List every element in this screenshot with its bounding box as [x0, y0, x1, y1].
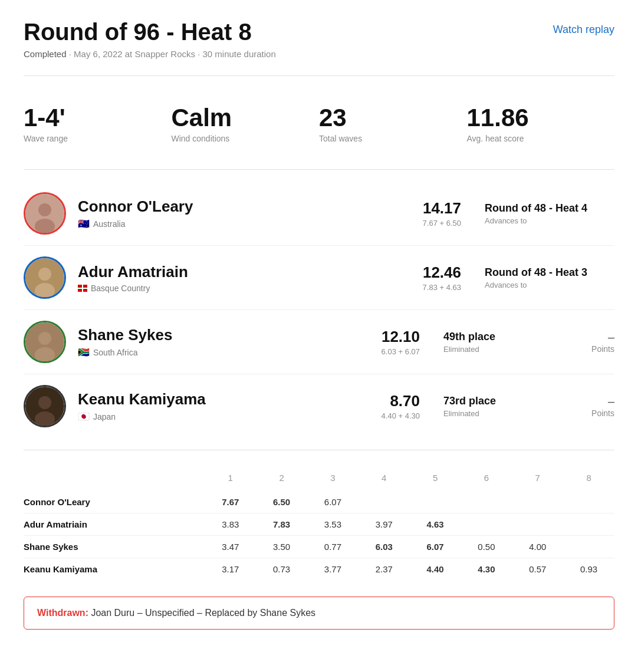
stats-row: 1-4'Wave rangeCalmWind conditions23Total…: [24, 88, 614, 157]
stat-label-1: Wind conditions: [172, 134, 320, 143]
stat-item-2: 23Total waves: [319, 104, 467, 143]
subtitle: Completed · May 6, 2022 at Snapper Rocks…: [24, 49, 614, 59]
watch-replay-link[interactable]: Watch replay: [553, 24, 614, 36]
stat-item-0: 1-4'Wave range: [24, 104, 172, 143]
wave-row-2: Shane Sykes3.473.500.776.036.070.504.00: [24, 536, 614, 558]
withdrawn-box: Withdrawn: Joan Duru – Unspecified – Rep…: [24, 597, 614, 630]
col-header-7: 7: [512, 469, 563, 491]
flag-0: 🇦🇺: [78, 218, 90, 229]
subtitle-rest: · May 6, 2022 at Snapper Rocks · 30 minu…: [67, 49, 276, 59]
wave-score-2-1: 3.50: [256, 536, 307, 558]
competitor-info-0: Connor O'Leary 🇦🇺 Australia: [78, 197, 396, 229]
header-divider: [24, 75, 614, 76]
col-header-1: 1: [205, 469, 256, 491]
wave-score-3-1: 0.73: [256, 558, 307, 581]
competitor-name-2: Shane Sykes: [78, 326, 355, 344]
stat-value-1: Calm: [172, 104, 320, 131]
competitor-country-0: 🇦🇺 Australia: [78, 218, 396, 229]
total-score-3: 8.70: [355, 392, 420, 410]
competitor-result-0: Round of 48 - Heat 4 Advances to: [485, 202, 614, 225]
competitor-result-1: Round of 48 - Heat 3 Advances to: [485, 266, 614, 289]
wave-score-3-4: 4.40: [410, 558, 461, 581]
points-col-3: – Points: [573, 395, 614, 418]
wave-score-0-2: 6.07: [307, 491, 359, 513]
competitor-info-1: Adur Amatriain Basque Country: [78, 263, 396, 293]
wave-score-2-6: 4.00: [512, 536, 563, 558]
wave-row-1: Adur Amatriain3.837.833.533.974.63: [24, 513, 614, 536]
wave-row-label-3: Keanu Kamiyama: [24, 558, 205, 581]
stat-value-0: 1-4': [24, 104, 172, 131]
result-round-1: Round of 48 - Heat 3: [485, 266, 614, 279]
competitor-country-1: Basque Country: [78, 284, 396, 293]
competitor-row-0: Connor O'Leary 🇦🇺 Australia 14.17 7.67 +…: [24, 182, 614, 246]
wave-score-0-7: [563, 491, 614, 513]
stat-label-0: Wave range: [24, 134, 172, 143]
total-score-1: 12.46: [396, 263, 461, 282]
competitor-row-1: Adur Amatriain Basque Country 12.46 7.83…: [24, 246, 614, 310]
result-sub-2: Eliminated: [443, 345, 573, 354]
competitor-country-3: 🇯🇵 Japan: [78, 411, 355, 422]
points-col-2: – Points: [573, 331, 614, 354]
avatar-0: [24, 192, 66, 235]
competitor-row-3: Keanu Kamiyama 🇯🇵 Japan 8.70 4.40 + 4.30…: [24, 374, 614, 438]
country-name-2: South Africa: [93, 348, 138, 357]
wave-score-2-0: 3.47: [205, 536, 256, 558]
col-header-3: 3: [307, 469, 359, 491]
wave-score-1-3: 3.97: [359, 513, 410, 536]
wave-score-2-3: 6.03: [359, 536, 410, 558]
wave-score-2-2: 0.77: [307, 536, 359, 558]
wave-scores-0: 7.67 + 6.50: [396, 219, 461, 228]
wave-score-1-0: 3.83: [205, 513, 256, 536]
competitor-country-2: 🇿🇦 South Africa: [78, 347, 355, 358]
wave-score-1-6: [512, 513, 563, 536]
waves-table-section: 12345678Connor O'Leary7.676.506.07Adur A…: [24, 465, 614, 580]
result-sub-3: Eliminated: [443, 409, 573, 418]
stats-divider: [24, 169, 614, 170]
result-sub-1: Advances to: [485, 281, 614, 289]
country-name-1: Basque Country: [91, 284, 150, 293]
status-text: Completed: [24, 49, 67, 59]
wave-row-label-1: Adur Amatriain: [24, 513, 205, 536]
wave-score-3-3: 2.37: [359, 558, 410, 581]
avatar-1: [24, 256, 66, 299]
wave-scores-1: 7.83 + 4.63: [396, 283, 461, 292]
col-header-4: 4: [359, 469, 410, 491]
col-header-5: 5: [410, 469, 461, 491]
withdrawn-label: Withdrawn:: [37, 608, 88, 618]
competitor-name-0: Connor O'Leary: [78, 197, 396, 216]
competitor-name-1: Adur Amatriain: [78, 263, 396, 281]
flag-3: 🇯🇵: [78, 411, 90, 422]
wave-score-3-7: 0.93: [563, 558, 614, 581]
wave-score-0-6: [512, 491, 563, 513]
avatar-2: [24, 321, 66, 363]
page-title: Round of 96 - Heat 8: [24, 19, 252, 45]
competitor-result-3: 73rd place Eliminated: [443, 395, 573, 418]
wave-row-label-2: Shane Sykes: [24, 536, 205, 558]
competitors-section: Connor O'Leary 🇦🇺 Australia 14.17 7.67 +…: [24, 182, 614, 438]
competitor-info-2: Shane Sykes 🇿🇦 South Africa: [78, 326, 355, 358]
waves-table: 12345678Connor O'Leary7.676.506.07Adur A…: [24, 469, 614, 580]
wave-score-2-5: 0.50: [461, 536, 512, 558]
competitor-info-3: Keanu Kamiyama 🇯🇵 Japan: [78, 390, 355, 422]
competitor-scores-2: 12.10 6.03 + 6.07: [355, 328, 420, 356]
stat-label-2: Total waves: [319, 134, 467, 143]
stat-item-1: CalmWind conditions: [172, 104, 320, 143]
wave-score-2-4: 6.07: [410, 536, 461, 558]
competitor-name-3: Keanu Kamiyama: [78, 390, 355, 409]
result-sub-0: Advances to: [485, 216, 614, 225]
avatar-3: [24, 385, 66, 427]
competitor-row-2: Shane Sykes 🇿🇦 South Africa 12.10 6.03 +…: [24, 310, 614, 374]
result-place-2: 49th place: [443, 331, 573, 343]
stat-label-3: Avg. heat score: [467, 134, 615, 143]
competitor-scores-1: 12.46 7.83 + 4.63: [396, 263, 461, 292]
wave-score-1-2: 3.53: [307, 513, 359, 536]
svg-point-10: [38, 396, 51, 409]
total-score-2: 12.10: [355, 328, 420, 346]
result-place-3: 73rd place: [443, 395, 573, 407]
svg-point-4: [38, 268, 51, 281]
wave-row-0: Connor O'Leary7.676.506.07: [24, 491, 614, 513]
wave-scores-2: 6.03 + 6.07: [355, 347, 420, 356]
svg-point-7: [38, 332, 51, 345]
stat-value-2: 23: [319, 104, 467, 131]
table-divider: [24, 450, 614, 450]
